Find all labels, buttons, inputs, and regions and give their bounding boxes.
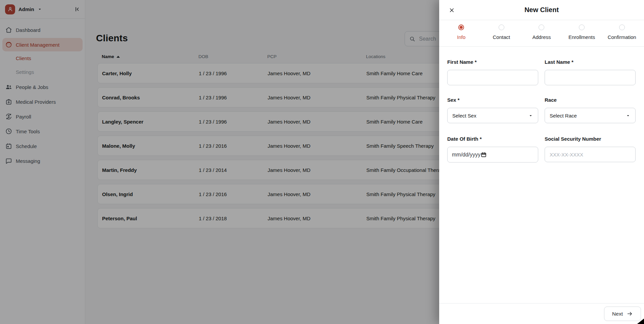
first-name-label: First Name *: [447, 59, 538, 66]
first-name-field[interactable]: [447, 70, 538, 85]
radio-icon: [539, 25, 544, 30]
stepper: Info Contact Address Enrollments Confirm…: [439, 20, 644, 47]
new-client-modal: New Client Info Contact Address Enrollme…: [439, 0, 644, 324]
radio-icon: [579, 25, 585, 30]
new-client-form: First Name * Last Name * Sex * Select Se…: [447, 54, 636, 163]
sex-select-value: Select Sex: [452, 113, 476, 119]
ssn-field[interactable]: [545, 147, 636, 162]
dob-label: Date Of Birth *: [447, 136, 538, 143]
step-info[interactable]: Info: [441, 20, 481, 46]
dob-field[interactable]: mm/dd/yyyy: [447, 147, 538, 163]
app-screen: Admin Dashb: [0, 0, 644, 324]
next-button[interactable]: Next: [604, 307, 641, 321]
sex-select[interactable]: Select Sex: [447, 108, 538, 123]
race-label: Race: [545, 97, 636, 104]
radio-active-icon: [458, 25, 464, 30]
ssn-label: Social Security Number: [545, 136, 636, 143]
step-address[interactable]: Address: [521, 20, 562, 46]
arrow-right-icon: [627, 311, 633, 317]
step-contact[interactable]: Contact: [481, 20, 522, 46]
last-name-field[interactable]: [545, 70, 636, 85]
sex-label: Sex *: [447, 97, 538, 104]
chevron-down-icon: [528, 113, 533, 118]
step-enrollments[interactable]: Enrollments: [562, 20, 602, 46]
close-button[interactable]: [448, 6, 455, 14]
race-select-value: Select Race: [550, 113, 577, 119]
chevron-down-icon: [626, 113, 631, 118]
radio-icon: [499, 25, 504, 30]
close-icon: [449, 7, 455, 13]
dob-placeholder: mm/dd/yyyy: [452, 152, 480, 158]
last-name-label: Last Name *: [545, 59, 636, 66]
modal-header: New Client: [439, 0, 644, 20]
race-select[interactable]: Select Race: [545, 108, 636, 123]
radio-icon: [619, 25, 625, 30]
step-confirmation[interactable]: Confirmation: [602, 20, 642, 46]
modal-title: New Client: [524, 6, 559, 14]
next-button-label: Next: [612, 311, 623, 317]
calendar-icon: [480, 151, 487, 158]
modal-overlay[interactable]: [0, 0, 439, 324]
modal-footer: Next: [439, 303, 644, 324]
